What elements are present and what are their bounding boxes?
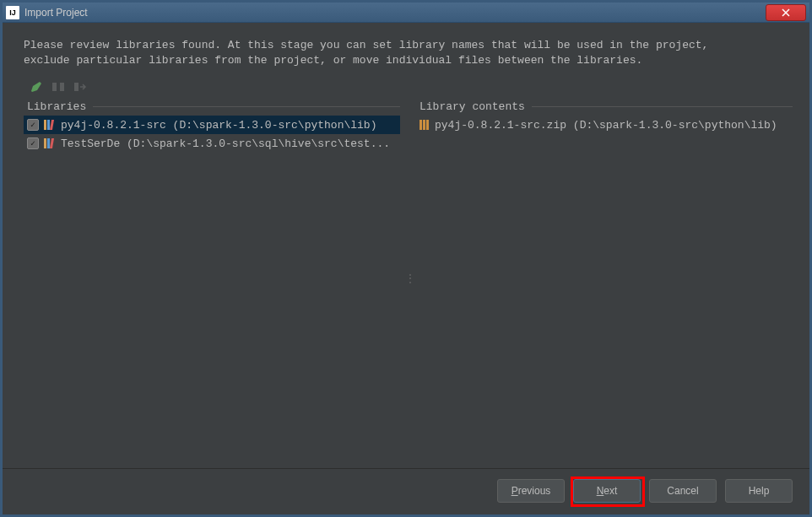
library-checkbox[interactable]: ✓ — [27, 137, 39, 149]
split-icon — [51, 80, 65, 94]
library-checkbox[interactable]: ✓ — [27, 119, 39, 131]
library-name: py4j-0.8.2.1-src (D:\spark-1.3.0-src\pyt… — [61, 119, 376, 132]
help-button[interactable]: Help — [725, 479, 793, 503]
library-item[interactable]: ✓ py4j-0.8.2.1-src (D:\spark-1.3.0-src\p… — [24, 116, 400, 134]
button-bar: Previous Next Cancel Help — [3, 468, 809, 514]
contents-list[interactable]: py4j-0.8.2.1-src.zip (D:\spark-1.3.0-src… — [416, 116, 793, 458]
library-icon — [44, 120, 56, 130]
content-item[interactable]: py4j-0.8.2.1-src.zip (D:\spark-1.3.0-src… — [416, 116, 793, 134]
content-name: py4j-0.8.2.1-src.zip (D:\spark-1.3.0-src… — [435, 119, 777, 132]
merge-icon — [73, 80, 87, 94]
libraries-panel: Libraries ✓ py4j-0.8.2.1-src (D:\spark-1… — [24, 100, 400, 458]
dialog-body: Please review libraries found. At this s… — [3, 23, 809, 514]
rename-icon[interactable] — [30, 80, 43, 94]
close-button[interactable] — [766, 4, 806, 21]
libraries-label: Libraries — [24, 100, 93, 113]
cancel-button[interactable]: Cancel — [649, 479, 717, 503]
content-split: Libraries ✓ py4j-0.8.2.1-src (D:\spark-1… — [3, 100, 809, 468]
archive-icon — [420, 120, 430, 130]
contents-panel: Library contents py4j-0.8.2.1-src.zip (D… — [416, 100, 793, 458]
instructions-text: Please review libraries found. At this s… — [3, 23, 809, 75]
svg-rect-2 — [74, 83, 78, 91]
libraries-header: Libraries — [24, 100, 400, 112]
svg-rect-1 — [60, 83, 64, 91]
library-item[interactable]: ✓ TestSerDe (D:\spark-1.3.0-src\sql\hive… — [24, 134, 400, 153]
instructions-line1: Please review libraries found. At this s… — [24, 38, 793, 53]
contents-header: Library contents — [416, 100, 793, 112]
window-title: Import Project — [24, 7, 88, 19]
panel-splitter[interactable] — [407, 100, 409, 458]
next-button[interactable]: Next — [573, 479, 641, 503]
libraries-list[interactable]: ✓ py4j-0.8.2.1-src (D:\spark-1.3.0-src\p… — [24, 116, 400, 458]
titlebar[interactable]: IJ Import Project — [3, 3, 809, 23]
close-icon — [782, 8, 790, 17]
contents-label: Library contents — [416, 100, 532, 113]
library-icon — [44, 138, 56, 148]
previous-button[interactable]: Previous — [497, 479, 565, 503]
svg-rect-0 — [52, 83, 57, 91]
dialog-window: IJ Import Project Please review librarie… — [0, 0, 812, 517]
instructions-line2: exclude particular libraries from the pr… — [24, 53, 793, 68]
toolbar — [3, 75, 809, 100]
library-name: TestSerDe (D:\spark-1.3.0-src\sql\hive\s… — [61, 137, 390, 150]
app-icon: IJ — [6, 6, 19, 19]
